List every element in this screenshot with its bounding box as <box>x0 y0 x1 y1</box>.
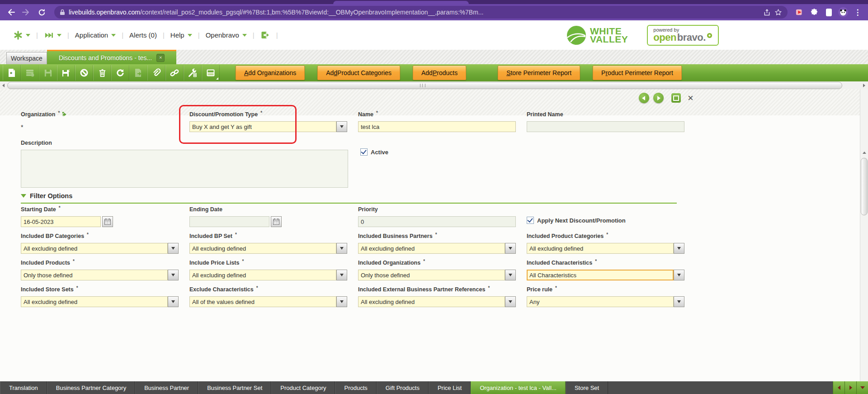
vertical-scrollbar-thumb[interactable] <box>861 158 868 215</box>
exclude-characteristics-input[interactable]: All of the values defined <box>189 296 336 307</box>
included-bp-categories-dropdown-button[interactable] <box>168 243 179 254</box>
address-bar[interactable]: livebuilds.openbravo.com/context/retail_… <box>54 6 788 19</box>
price-rule-dropdown-button[interactable] <box>674 296 684 307</box>
undo-icon[interactable] <box>75 65 93 81</box>
included-characteristics-dropdown-button[interactable] <box>674 270 684 280</box>
tab-menu-button[interactable] <box>856 381 868 394</box>
puzzle-icon[interactable] <box>808 6 820 18</box>
apply-next-discount-promotion-checkbox[interactable] <box>527 217 534 224</box>
filter-options-header[interactable]: Filter Options <box>21 192 72 199</box>
reading-list-icon[interactable] <box>823 6 835 18</box>
discount-promotion-type-input[interactable]: Buy X and get Y as gift <box>189 121 336 132</box>
previous-record-button[interactable] <box>639 93 649 103</box>
horizontal-scrollbar[interactable] <box>0 81 868 90</box>
included-external-business-partner-references-dropdown-button[interactable] <box>505 296 516 307</box>
forward-icon[interactable] <box>20 6 33 19</box>
price-rule-input[interactable]: Any <box>527 296 674 307</box>
exclude-characteristics-dropdown-button[interactable] <box>336 296 347 307</box>
collapse-triangle-icon[interactable] <box>21 194 26 198</box>
included-products-input[interactable]: Only those defined <box>21 270 168 280</box>
child-tab-business-partner[interactable]: Business Partner <box>135 381 198 394</box>
included-store-sets-dropdown-button[interactable] <box>168 296 179 307</box>
grid-form-toggle-icon[interactable] <box>202 65 220 81</box>
included-products-dropdown-button[interactable] <box>168 270 179 280</box>
child-tab-business-partner-set[interactable]: Business Partner Set <box>198 381 271 394</box>
name-input[interactable]: test lca <box>358 121 516 132</box>
scroll-right-arrow-icon[interactable] <box>861 82 868 89</box>
scroll-up-arrow-icon[interactable] <box>861 149 868 156</box>
browser-tab[interactable] <box>333 1 469 4</box>
attachment-icon[interactable] <box>147 65 165 81</box>
save-close-icon[interactable]: x <box>57 65 75 81</box>
printed-name-input[interactable] <box>527 121 684 132</box>
extension-red-icon[interactable] <box>794 6 806 18</box>
close-tab-icon[interactable]: × <box>156 54 165 62</box>
child-tab-gift-products[interactable]: Gift Products <box>377 381 429 394</box>
close-form-button[interactable]: × <box>688 94 693 103</box>
included-product-categories-dropdown-button[interactable] <box>674 243 684 254</box>
back-icon[interactable] <box>5 6 17 19</box>
included-bp-categories-input[interactable]: All excluding defined <box>21 243 168 254</box>
child-tab-product-category[interactable]: Product Category <box>271 381 335 394</box>
discount-promotion-type-dropdown-button[interactable] <box>336 121 347 132</box>
tab-workspace[interactable]: Workspace <box>6 52 47 64</box>
calendar-icon[interactable] <box>102 216 113 227</box>
vertical-scrollbar[interactable] <box>860 89 868 381</box>
child-tab-business-partner-category[interactable]: Business Partner Category <box>47 381 135 394</box>
maximize-button[interactable] <box>671 93 681 103</box>
included-organizations-input[interactable]: Only those defined <box>358 270 505 280</box>
child-tab-store-set[interactable]: Store Set <box>566 381 608 394</box>
child-tab-organization-test-lca-vall[interactable]: Organization - test lca - Vall... <box>471 381 566 394</box>
active-checkbox[interactable] <box>360 148 368 156</box>
add-product-categories-button[interactable]: Add Product Categories <box>317 66 400 80</box>
scroll-left-arrow-icon[interactable] <box>0 82 7 89</box>
included-business-partners-input[interactable]: All excluding defined <box>358 243 505 254</box>
add-organizations-button[interactable]: Add Organizations <box>236 66 305 80</box>
org-link-icon[interactable] <box>62 111 67 118</box>
included-business-partners-dropdown-button[interactable] <box>505 243 516 254</box>
add-products-button[interactable]: Add Products <box>413 66 466 80</box>
help-menu[interactable]: Help <box>166 28 197 42</box>
horizontal-scrollbar-thumb[interactable] <box>7 82 842 89</box>
link-icon[interactable] <box>165 65 184 81</box>
included-bp-set-dropdown-button[interactable] <box>336 243 347 254</box>
menu-dots-icon[interactable]: ⋮ <box>852 6 863 18</box>
included-bp-set-input[interactable]: All excluding defined <box>189 243 336 254</box>
star-icon[interactable] <box>774 9 782 16</box>
starting-date-input[interactable]: 16-05-2023 <box>21 216 101 227</box>
tab-scroll-left-button[interactable] <box>833 381 844 394</box>
included-product-categories-input[interactable]: All excluding defined <box>527 243 674 254</box>
quick-launch-menu[interactable] <box>39 28 66 42</box>
refresh-icon[interactable] <box>111 65 129 81</box>
included-characteristics-input[interactable]: All Characteristics <box>527 270 674 280</box>
chevron-down-icon <box>340 300 344 303</box>
product-perimeter-report-button[interactable]: Product Perimeter Report <box>593 66 682 80</box>
tab-scroll-right-button[interactable] <box>844 381 856 394</box>
calendar-icon[interactable] <box>271 216 282 227</box>
logout-button[interactable] <box>256 28 275 42</box>
alerts-menu[interactable]: Alerts (0) <box>125 28 161 42</box>
avatar[interactable] <box>837 6 849 18</box>
child-tab-translation[interactable]: Translation <box>0 381 47 394</box>
child-tab-price-list[interactable]: Price List <box>429 381 471 394</box>
priority-input[interactable]: 0 <box>358 216 516 227</box>
included-store-sets-input[interactable]: All excluding defined <box>21 296 168 307</box>
application-menu[interactable]: Application <box>71 28 120 42</box>
delete-icon[interactable] <box>93 65 111 81</box>
ending-date-input[interactable] <box>189 216 269 227</box>
included-organizations-dropdown-button[interactable] <box>505 270 516 280</box>
next-record-button[interactable] <box>653 93 664 103</box>
description-textarea[interactable] <box>21 150 348 188</box>
included-external-business-partner-references-input[interactable]: All excluding defined <box>358 296 505 307</box>
store-perimeter-report-button[interactable]: Store Perimeter Report <box>498 66 580 80</box>
tools-icon[interactable] <box>184 65 202 81</box>
child-tab-products[interactable]: Products <box>335 381 376 394</box>
workspace-menu[interactable] <box>9 28 35 43</box>
user-menu[interactable]: Openbravo <box>201 28 251 42</box>
share-icon[interactable] <box>763 9 771 16</box>
include-price-lists-dropdown-button[interactable] <box>336 270 347 280</box>
new-record-icon[interactable]: * <box>3 65 21 81</box>
tab-discounts-and-promotions[interactable]: Discounts and Promotions - tes... × <box>47 50 176 64</box>
reload-icon[interactable] <box>35 6 48 19</box>
include-price-lists-input[interactable]: All excluding defined <box>189 270 336 280</box>
